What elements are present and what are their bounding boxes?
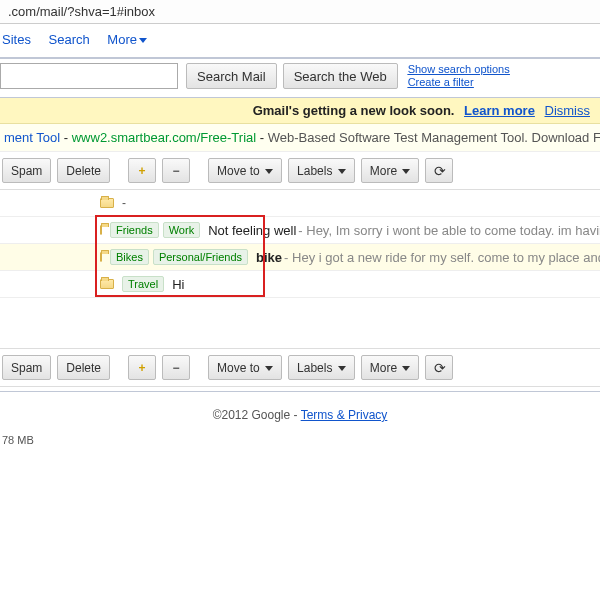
storage-text: 78 MB: [0, 428, 600, 452]
banner-msg: Gmail's getting a new look soon.: [253, 103, 455, 118]
delete-button[interactable]: Delete: [57, 158, 110, 183]
folder-icon: [100, 279, 114, 289]
message-subject: bike: [256, 250, 282, 265]
ad-title: ment Tool: [4, 130, 60, 145]
footer-copyright: ©2012 Google -: [213, 408, 301, 422]
plus-icon: +: [139, 361, 146, 375]
terms-link[interactable]: Terms & Privacy: [301, 408, 388, 422]
refresh-button[interactable]: ⟳: [425, 355, 453, 380]
message-row[interactable]: TravelHi: [0, 271, 600, 298]
labels-button[interactable]: Labels: [288, 158, 355, 183]
chevron-down-icon: [338, 366, 346, 371]
search-web-button[interactable]: Search the Web: [283, 63, 398, 89]
chevron-down-icon: [402, 169, 410, 174]
header-dash: -: [122, 196, 126, 210]
nav-search[interactable]: Search: [49, 32, 90, 47]
footer: ©2012 Google - Terms & Privacy: [0, 391, 600, 428]
search-mail-button[interactable]: Search Mail: [186, 63, 277, 89]
message-preview: - Hey, Im sorry i wont be able to come t…: [298, 223, 600, 238]
refresh-icon: ⟳: [434, 360, 446, 376]
label-add-button[interactable]: +: [128, 158, 156, 183]
banner-dismiss-link[interactable]: Dismiss: [545, 103, 591, 118]
label-remove-button[interactable]: −: [162, 355, 190, 380]
moveto-button[interactable]: Move to: [208, 158, 282, 183]
create-filter-link[interactable]: Create a filter: [408, 76, 510, 89]
label-tag[interactable]: Personal/Friends: [153, 249, 248, 265]
label-tag[interactable]: Work: [163, 222, 200, 238]
search-options: Show search options Create a filter: [408, 63, 510, 89]
ad-url: www2.smartbear.com/Free-Trial: [72, 130, 256, 145]
label-tag[interactable]: Bikes: [110, 249, 149, 265]
message-subject: Not feeling well: [208, 223, 296, 238]
banner-learn-more-link[interactable]: Learn more: [464, 103, 535, 118]
chevron-down-icon: [265, 169, 273, 174]
minus-icon: −: [173, 164, 180, 178]
refresh-button[interactable]: ⟳: [425, 158, 453, 183]
label-tag[interactable]: Friends: [110, 222, 159, 238]
message-row[interactable]: BikesPersonal/Friendsbike - Hey i got a …: [0, 244, 600, 271]
delete-button[interactable]: Delete: [57, 355, 110, 380]
toolbar-top: Spam Delete + − Move to Labels More ⟳: [0, 152, 600, 190]
search-bar: Search Mail Search the Web Show search o…: [0, 57, 600, 98]
chevron-down-icon: [402, 366, 410, 371]
plus-icon: +: [139, 164, 146, 178]
nav-sites[interactable]: Sites: [2, 32, 31, 47]
chevron-down-icon: [338, 169, 346, 174]
folder-icon: [100, 225, 102, 235]
folder-icon: [100, 198, 114, 208]
label-remove-button[interactable]: −: [162, 158, 190, 183]
search-input[interactable]: [0, 63, 178, 89]
refresh-icon: ⟳: [434, 163, 446, 179]
moveto-button[interactable]: Move to: [208, 355, 282, 380]
label-tag[interactable]: Travel: [122, 276, 164, 292]
message-list: FriendsWorkNot feeling well - Hey, Im so…: [0, 217, 600, 298]
show-search-options-link[interactable]: Show search options: [408, 63, 510, 76]
labels-button[interactable]: Labels: [288, 355, 355, 380]
folder-icon: [100, 252, 102, 262]
toolbar-bottom: Spam Delete + − Move to Labels More ⟳: [0, 348, 600, 387]
label-add-button[interactable]: +: [128, 355, 156, 380]
thread-header-row: -: [0, 190, 600, 217]
newlook-banner: Gmail's getting a new look soon. Learn m…: [0, 98, 600, 124]
top-nav: Sites Search More: [0, 24, 600, 53]
spam-button[interactable]: Spam: [2, 158, 51, 183]
message-subject: Hi: [172, 277, 184, 292]
message-row[interactable]: FriendsWorkNot feeling well - Hey, Im so…: [0, 217, 600, 244]
more-button[interactable]: More: [361, 355, 420, 380]
ad-desc: Web-Based Software Test Management Tool.…: [268, 130, 600, 145]
ad-row[interactable]: ment Tool - www2.smartbear.com/Free-Tria…: [0, 124, 600, 152]
chevron-down-icon: [139, 38, 147, 43]
url-bar: .com/mail/?shva=1#inbox: [0, 0, 600, 24]
spam-button[interactable]: Spam: [2, 355, 51, 380]
nav-more[interactable]: More: [107, 32, 147, 47]
minus-icon: −: [173, 361, 180, 375]
more-button[interactable]: More: [361, 158, 420, 183]
chevron-down-icon: [265, 366, 273, 371]
message-preview: - Hey i got a new ride for my self. come…: [284, 250, 600, 265]
